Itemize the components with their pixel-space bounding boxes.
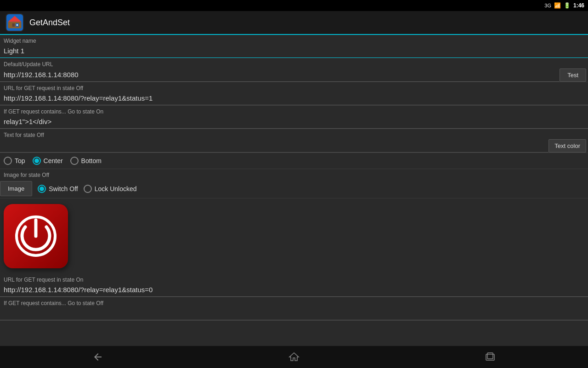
time-display: 1:46 [573,2,584,9]
radio-top-label: Top [15,157,25,164]
text-state-off-input[interactable] [0,140,548,153]
svg-point-5 [17,24,18,26]
if-get-contains-off-label: If GET request contains... Go to state O… [0,297,588,307]
radio-switch-off-label: Switch Off [49,185,78,192]
if-get-contains-off-input[interactable] [0,307,588,320]
if-get-contains-on-label: If GET request contains... Go to state O… [0,106,588,116]
if-get-contains-on-input[interactable] [0,116,588,129]
default-url-section: Default/Update URL Test [0,58,588,82]
back-button[interactable] [84,348,112,366]
radio-center[interactable]: Center [33,157,63,165]
status-bar: 3G 📶 🔋 1:46 [0,0,588,11]
bottom-nav [0,346,588,368]
radio-center-circle [33,157,41,165]
radio-center-label: Center [44,157,63,164]
power-icon-svg [15,215,57,257]
recent-button[interactable] [476,348,504,366]
image-button[interactable]: Image [0,181,32,196]
app-icon [6,13,24,32]
position-radio-group: Top Center Bottom [0,153,588,169]
home-icon [288,351,300,362]
url-get-off-section: URL for GET request in state Off [0,82,588,106]
if-get-contains-off-section: If GET request contains... Go to state O… [0,297,588,321]
main-content: Widget name Default/Update URL Test URL … [0,35,588,346]
widget-name-section: Widget name [0,35,588,58]
battery-icon: 🔋 [564,2,571,9]
default-url-label: Default/Update URL [0,58,588,68]
if-get-contains-on-section: If GET request contains... Go to state O… [0,106,588,129]
default-url-input[interactable] [0,69,560,82]
url-get-on-section: URL for GET request in state On [0,274,588,297]
image-state-off-label: Image for state Off [0,169,588,179]
radio-top-circle [4,157,12,165]
url-get-on-label: URL for GET request in state On [0,274,588,284]
text-color-button[interactable]: Text color [548,139,586,153]
recent-icon [485,351,496,362]
radio-lock-unlocked-circle [84,185,92,193]
position-radio-section: Top Center Bottom [0,153,588,169]
radio-bottom[interactable]: Bottom [70,157,102,165]
url-get-on-input[interactable] [0,284,588,297]
back-icon [92,351,103,362]
text-state-off-section: Text for state Off Text color [0,129,588,153]
text-state-off-label: Text for state Off [0,129,588,139]
widget-name-label: Widget name [0,35,588,45]
radio-switch-off-circle [38,185,46,193]
power-image-preview [4,204,68,268]
home-button[interactable] [280,348,308,366]
radio-bottom-label: Bottom [81,157,102,164]
radio-bottom-circle [70,157,79,165]
app-bar: GetAndSet [0,11,588,35]
signal-icon: 📶 [554,2,561,9]
test-button[interactable]: Test [560,68,586,82]
svg-rect-3 [12,23,15,27]
url-get-off-input[interactable] [0,92,588,105]
url-get-off-label: URL for GET request in state Off [0,82,588,92]
radio-lock-unlocked-label: Lock Unlocked [95,185,137,192]
app-title: GetAndSet [29,18,70,28]
radio-switch-off[interactable]: Switch Off [38,185,78,193]
network-indicator: 3G [544,3,551,8]
image-state-off-section: Image for state Off Image Switch Off Loc… [0,169,588,198]
image-controls: Image Switch Off Lock Unlocked [0,179,588,198]
radio-lock-unlocked[interactable]: Lock Unlocked [84,185,137,193]
widget-name-input[interactable] [0,45,588,58]
svg-rect-9 [487,353,493,359]
radio-top[interactable]: Top [4,157,25,165]
